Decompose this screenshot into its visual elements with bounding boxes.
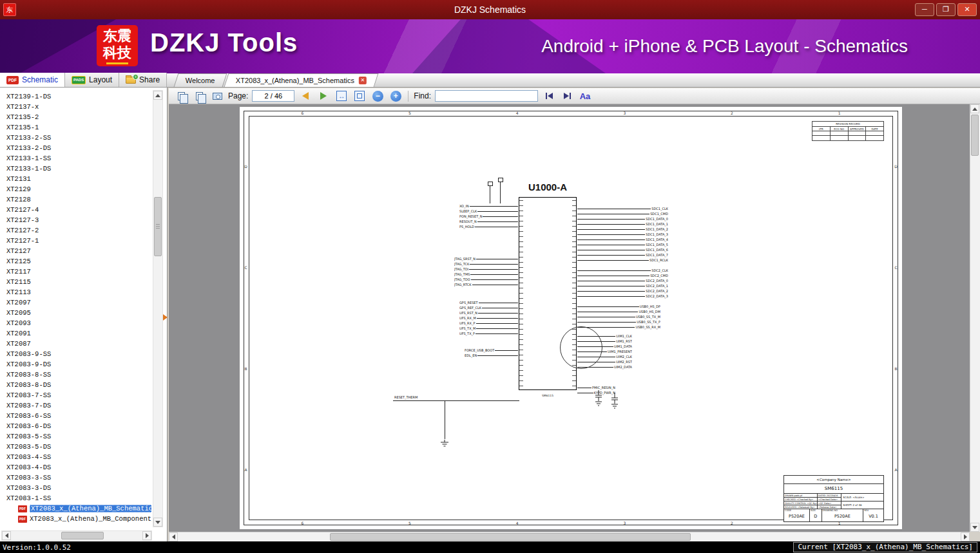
file-list-item[interactable]: PDF XT2127-3 bbox=[0, 215, 151, 225]
sidebar-horizontal-scrollbar[interactable] bbox=[1, 530, 152, 541]
file-list-item[interactable]: PDF XT2097 bbox=[0, 297, 151, 308]
file-list-item[interactable]: PDF XT2083-7-SS bbox=[0, 390, 151, 400]
sidebar-vertical-scrollbar[interactable] bbox=[153, 90, 163, 527]
file-list-item[interactable]: PDF XT2128 bbox=[0, 194, 151, 205]
scroll-left-button[interactable] bbox=[169, 532, 178, 541]
find-input[interactable] bbox=[435, 90, 538, 102]
file-list-item[interactable]: PDF XT2083-6-DS bbox=[0, 421, 151, 431]
scroll-down-button[interactable] bbox=[153, 518, 162, 527]
fit-page-icon bbox=[354, 91, 365, 101]
file-list-item[interactable]: PDF XT2083-9-SS bbox=[0, 349, 151, 359]
scroll-left-button[interactable] bbox=[2, 531, 11, 540]
file-list-item[interactable]: PDF XT2135-2 bbox=[0, 112, 151, 122]
file-list-item[interactable]: PDF XT2127-2 bbox=[0, 225, 151, 236]
find-next-icon bbox=[564, 93, 569, 99]
find-next-button[interactable] bbox=[560, 89, 574, 103]
tab-schematic[interactable]: PDF Schematic bbox=[0, 73, 65, 87]
version-label: Version:1.0.0.52 bbox=[3, 543, 71, 552]
tab-strip: PDF Schematic PADS Layout Share Welcome … bbox=[0, 73, 980, 88]
document-tab[interactable]: Welcome bbox=[174, 73, 227, 87]
scrollbar-thumb[interactable] bbox=[330, 533, 691, 541]
file-list-item[interactable]: PDF XT2127-4 bbox=[0, 205, 151, 215]
file-list-item[interactable]: PDF XT2083-4-DS bbox=[0, 462, 151, 473]
scrollbar-thumb[interactable] bbox=[971, 115, 979, 156]
close-icon[interactable] bbox=[359, 77, 367, 84]
scroll-right-button[interactable] bbox=[142, 531, 151, 540]
banner-tagline: Android + iPhone & PCB Layout - Schemati… bbox=[541, 36, 908, 57]
file-list-item[interactable]: PDF XT2091 bbox=[0, 328, 151, 339]
file-list-item[interactable]: PDF XT2133-2-DS bbox=[0, 143, 151, 153]
file-list-item[interactable]: PDF XT2133-1-SS bbox=[0, 153, 151, 164]
file-list-item[interactable]: PDF XT2083-3-SS bbox=[0, 473, 151, 483]
file-list-item[interactable]: PDF XT2083-8-DS bbox=[0, 380, 151, 390]
file-list-item[interactable]: PDF XT2135-1 bbox=[0, 122, 151, 133]
tab-layout[interactable]: PADS Layout bbox=[65, 73, 119, 87]
file-list-item[interactable]: PDF XT2083-5-SS bbox=[0, 431, 151, 442]
file-list-item[interactable]: PDF XT2127-1 bbox=[0, 236, 151, 246]
multi-page-button[interactable] bbox=[192, 89, 206, 103]
toolbar-separator bbox=[408, 91, 408, 102]
file-list-item[interactable]: PDF XT2115 bbox=[0, 277, 151, 287]
file-list-item[interactable]: PDF XT2083_x_(Athena)_MB_Component_Loc..… bbox=[0, 514, 151, 524]
file-list-item[interactable]: PDF XT2095 bbox=[0, 308, 151, 318]
window-title: DZKJ Schematics bbox=[0, 5, 980, 15]
close-button[interactable]: ✕ bbox=[957, 3, 977, 16]
file-list-item[interactable]: PDF XT2083-4-SS bbox=[0, 452, 151, 462]
file-list-item[interactable]: PDF XT2083-6-SS bbox=[0, 411, 151, 421]
content-horizontal-scrollbar[interactable] bbox=[169, 532, 970, 541]
copy-page-button[interactable] bbox=[174, 89, 188, 103]
minimize-button[interactable]: ─ bbox=[915, 3, 934, 16]
file-list-item[interactable]: PDF XT2087 bbox=[0, 339, 151, 349]
pin-group-left-jtag: JTAG_SRST_NJTAG_TCKJTAG_TDIJTAG_TMSJTAG_… bbox=[454, 256, 519, 287]
file-list-item[interactable]: PDF XT2083-3-DS bbox=[0, 483, 151, 493]
file-list-item[interactable]: PDF XT2133-2-SS bbox=[0, 133, 151, 143]
fit-page-button[interactable] bbox=[352, 89, 367, 103]
scrollbar-thumb[interactable] bbox=[61, 532, 104, 539]
next-page-button[interactable] bbox=[316, 89, 331, 103]
application-window: DZKJ Schematics ─ ❐ ✕ 东震 科技 DZKJ Tools A… bbox=[0, 0, 980, 553]
sidebar-collapse-handle[interactable] bbox=[163, 314, 168, 321]
snapshot-button[interactable] bbox=[210, 89, 224, 103]
scroll-up-button[interactable] bbox=[970, 104, 979, 113]
zoom-in-icon: + bbox=[390, 91, 401, 102]
fit-width-button[interactable]: ↔ bbox=[334, 89, 349, 103]
file-list-item[interactable]: PDF XT2133-1-DS bbox=[0, 164, 151, 174]
scroll-right-button[interactable] bbox=[961, 532, 970, 541]
file-list-item[interactable]: PDF XT2083-5-DS bbox=[0, 442, 151, 452]
content-vertical-scrollbar[interactable] bbox=[970, 104, 980, 532]
file-list-item[interactable]: PDF XT2093 bbox=[0, 318, 151, 328]
zoom-in-button[interactable]: + bbox=[389, 89, 403, 103]
file-list-item[interactable]: PDF XT2083-7-DS bbox=[0, 400, 151, 411]
file-list-item[interactable]: PDF XT2083-9-DS bbox=[0, 359, 151, 370]
file-list-item[interactable]: PDF XT2083-8-SS bbox=[0, 370, 151, 380]
file-list-item[interactable]: PDF XT2131 bbox=[0, 174, 151, 184]
file-list-item[interactable]: PDF XT2117 bbox=[0, 267, 151, 277]
pin-group-sdc2: SDC2_CLKSDC2_CMDSDC2_DATA_0SDC2_DATA_1SD… bbox=[577, 268, 668, 299]
document-tab[interactable]: XT2083_x_(Athena)_MB_Schematics bbox=[224, 73, 378, 87]
file-list-item[interactable]: PDF XT2127 bbox=[0, 246, 151, 256]
file-list-item[interactable]: PDF XT2125 bbox=[0, 256, 151, 267]
file-list-item[interactable]: PDF XT2137-x bbox=[0, 102, 151, 112]
share-folder-icon bbox=[126, 77, 136, 84]
previous-page-button[interactable] bbox=[298, 89, 312, 103]
find-previous-button[interactable] bbox=[542, 89, 556, 103]
file-list-item[interactable]: PDF XT2129 bbox=[0, 184, 151, 194]
file-list-item[interactable]: PDF XT2113 bbox=[0, 287, 151, 297]
zoom-out-button[interactable]: − bbox=[370, 89, 385, 103]
tab-share[interactable]: Share bbox=[119, 73, 167, 87]
file-list-item[interactable]: PDF XT2083_x_(Athena)_MB_Schematics bbox=[0, 503, 151, 514]
zoom-out-icon: − bbox=[372, 91, 383, 102]
drawing-number: P520AE bbox=[822, 512, 863, 521]
match-case-button[interactable]: Aa bbox=[578, 89, 592, 103]
page-label: Page: bbox=[228, 91, 248, 100]
maximize-button[interactable]: ❐ bbox=[936, 3, 956, 16]
scrollbar-thumb[interactable] bbox=[154, 197, 162, 256]
page-number-input[interactable] bbox=[252, 90, 294, 102]
status-bar: Version:1.0.0.52 Current [XT2083_x_(Athe… bbox=[0, 541, 980, 553]
pin-group-left-boot: FORCE_USB_BOOTEDL_EN bbox=[465, 348, 519, 358]
file-list-item[interactable]: PDF XT2083-1-SS bbox=[0, 493, 151, 503]
document-tabs: Welcome XT2083_x_(Athena)_MB_Schematics bbox=[176, 73, 378, 87]
file-list-item[interactable]: PDF XT2139-1-DS bbox=[0, 91, 151, 102]
scroll-up-button[interactable] bbox=[153, 91, 162, 100]
scroll-down-button[interactable] bbox=[970, 523, 979, 532]
